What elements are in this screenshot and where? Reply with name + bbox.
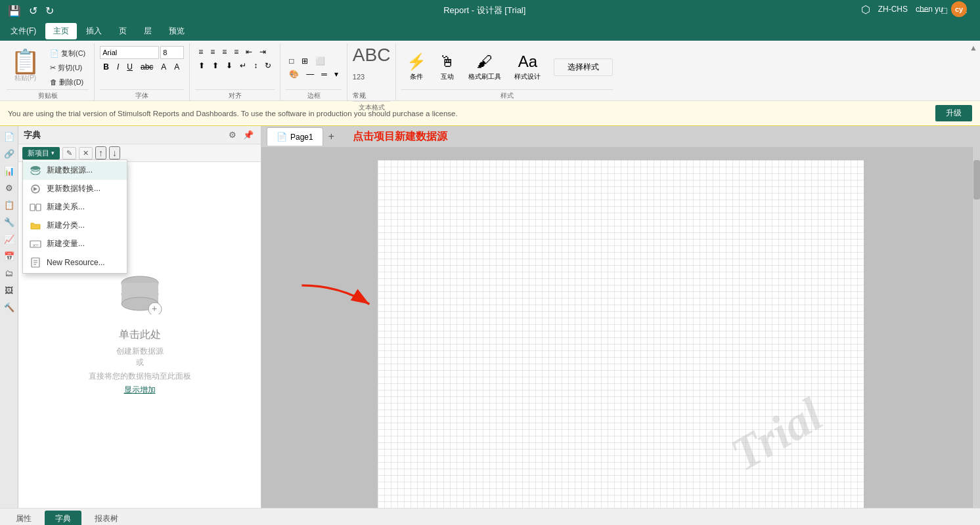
undo-icon[interactable]: ↺ [29, 5, 37, 17]
line-color-btn[interactable]: — [303, 68, 317, 80]
text-dir-btn[interactable]: ↕ [250, 60, 261, 72]
select-style-btn[interactable]: 选择样式 [554, 58, 613, 76]
menu-layer[interactable]: 层 [136, 23, 160, 39]
align-justify-btn[interactable]: ≡ [231, 46, 242, 58]
textformat-label: 文本格式 [353, 101, 391, 112]
canvas-area: 📄 Page1 + 点击项目新建数据源 Trial [261, 126, 980, 508]
bold-btn[interactable]: B [100, 61, 112, 73]
add-tab-btn[interactable]: + [326, 131, 337, 142]
indent-increase-btn[interactable]: ⇥ [256, 46, 269, 58]
font-family-input[interactable] [100, 46, 159, 59]
tab-page1-label: Page1 [290, 133, 313, 142]
svg-rect-12 [122, 283, 158, 293]
left-icon-6[interactable]: 🔧 [1, 214, 17, 230]
valign-top-btn[interactable]: ⬆ [195, 60, 208, 72]
dropdown-update-transform[interactable]: 更新数据转换... [23, 180, 127, 198]
left-icon-11[interactable]: 🔨 [1, 299, 17, 315]
format-painter-btn[interactable]: 🖌 格式刷工具 [463, 50, 506, 84]
db-icon: + [117, 275, 163, 323]
valign-bot-btn[interactable]: ⬇ [223, 60, 236, 72]
edit-btn[interactable]: ✎ [62, 147, 76, 159]
dropdown-new-relation[interactable]: 新建关系... [23, 198, 127, 217]
clipboard-label: 剪贴板 [7, 89, 89, 100]
save-icon[interactable]: 💾 [8, 5, 21, 17]
menu-home[interactable]: 主页 [45, 23, 77, 39]
avatar[interactable]: cy [951, 1, 967, 17]
menu-page[interactable]: 页 [111, 23, 135, 39]
cut-btn[interactable]: ✂剪切(U) [47, 61, 89, 74]
valign-mid-btn[interactable]: ⬆ [209, 60, 222, 72]
border-style-btn[interactable]: ═ [318, 68, 330, 80]
paste-btn[interactable]: 📋 粘贴(P) [7, 43, 44, 89]
delete-btn[interactable]: 🗑删除(D) [47, 75, 89, 89]
move-down-btn[interactable]: ↓ [109, 146, 120, 159]
dropdown-new-datasource[interactable]: 新建数据源... [23, 161, 127, 180]
align-left-btn[interactable]: ≡ [195, 46, 206, 58]
bottom-tab-properties[interactable]: 属性 [5, 511, 42, 525]
menu-bar: 文件(F) 主页 插入 页 层 预览 [0, 21, 980, 41]
interaction-btn[interactable]: 🖱 互动 [434, 50, 460, 84]
new-item-wrapper: 新项目 ▾ 新建数据源... [22, 147, 60, 159]
dict-hint-click[interactable]: 单击此处 [119, 328, 161, 342]
text-rot-btn[interactable]: ↻ [261, 60, 275, 72]
left-icon-1[interactable]: 📄 [1, 129, 17, 144]
left-icon-7[interactable]: 📈 [1, 231, 17, 247]
left-icon-4[interactable]: ⚙ [1, 180, 17, 196]
italic-btn[interactable]: I [114, 61, 122, 73]
svg-text:x=: x= [33, 242, 39, 248]
resource-icon [30, 257, 41, 268]
strikethrough-btn[interactable]: abc [137, 61, 156, 73]
left-icon-8[interactable]: 📅 [1, 248, 17, 264]
dropdown-new-variable-label: 新建变量... [47, 238, 85, 249]
dropdown-new-resource-label: New Resource... [47, 258, 105, 267]
left-icon-2[interactable]: 🔗 [1, 146, 17, 161]
dict-settings-btn[interactable]: ⚙ [227, 130, 238, 140]
tabs-bar: 📄 Page1 + 点击项目新建数据源 [261, 126, 980, 147]
underline-btn[interactable]: U [123, 61, 136, 73]
move-up-btn[interactable]: ↑ [95, 146, 106, 159]
upgrade-btn[interactable]: 升级 [935, 105, 972, 121]
font-color-btn[interactable]: A [158, 61, 169, 73]
redo-icon[interactable]: ↻ [45, 5, 54, 17]
menu-file[interactable]: 文件(F) [3, 23, 44, 39]
ribbon-align: ≡ ≡ ≡ ≡ ⇤ ⇥ ⬆ ⬆ ⬇ ↵ ↕ ↻ 对齐 [192, 43, 280, 100]
remove-btn[interactable]: ✕ [79, 147, 93, 159]
right-scrollbar[interactable] [972, 147, 980, 508]
indent-decrease-btn[interactable]: ⇤ [242, 46, 256, 58]
dict-pin-btn[interactable]: 📌 [241, 130, 256, 140]
left-icon-5[interactable]: 📋 [1, 197, 17, 213]
align-right-btn[interactable]: ≡ [219, 46, 230, 58]
border-all-btn[interactable]: ⊞ [298, 55, 311, 67]
scroll-thumb[interactable] [973, 160, 980, 200]
align-center-btn[interactable]: ≡ [207, 46, 218, 58]
bottom-tab-dictionary[interactable]: 字典 [45, 511, 81, 525]
menu-insert[interactable]: 插入 [78, 23, 110, 39]
border-outer-btn[interactable]: □ [286, 55, 297, 67]
left-icon-9[interactable]: 🗂 [1, 265, 17, 281]
highlight-btn[interactable]: A [171, 61, 183, 73]
left-icon-3[interactable]: 📊 [1, 163, 17, 178]
svg-text:+: + [152, 303, 157, 314]
copy-btn[interactable]: 📄复制(C) [47, 47, 89, 60]
ribbon-collapse-btn[interactable]: ▲ [969, 43, 977, 52]
dropdown-new-variable[interactable]: x= 新建变量... [23, 235, 127, 253]
text-wrap-btn[interactable]: ↵ [236, 60, 250, 72]
conditions-btn[interactable]: ⚡ 条件 [401, 50, 432, 84]
share-icon[interactable]: ⬡ [861, 3, 870, 16]
dropdown-new-resource[interactable]: New Resource... [23, 253, 127, 272]
font-size-input[interactable] [160, 46, 184, 59]
new-item-btn[interactable]: 新项目 ▾ [22, 147, 60, 159]
ribbon: 📋 粘贴(P) 📄复制(C) ✂剪切(U) 🗑删除(D) 剪贴板 B I U a… [0, 41, 980, 101]
dropdown-new-category[interactable]: 新建分类... [23, 217, 127, 235]
dict-hint-show[interactable]: 显示增加 [124, 385, 156, 396]
border-expand-btn[interactable]: ▾ [331, 68, 342, 80]
fill-btn[interactable]: 🎨 [286, 68, 302, 80]
menu-preview[interactable]: 预览 [161, 23, 192, 39]
bottom-tab-report-tree[interactable]: 报表树 [84, 511, 129, 525]
border-none-btn[interactable]: ⬜ [312, 55, 328, 67]
dict-header-btns: ⚙ 📌 [227, 130, 256, 140]
left-icon-10[interactable]: 🖼 [1, 282, 17, 298]
dropdown-update-transform-label: 更新数据转换... [47, 183, 100, 194]
tab-page1[interactable]: 📄 Page1 [267, 127, 323, 146]
style-design-btn[interactable]: Aa 样式设计 [509, 50, 546, 84]
